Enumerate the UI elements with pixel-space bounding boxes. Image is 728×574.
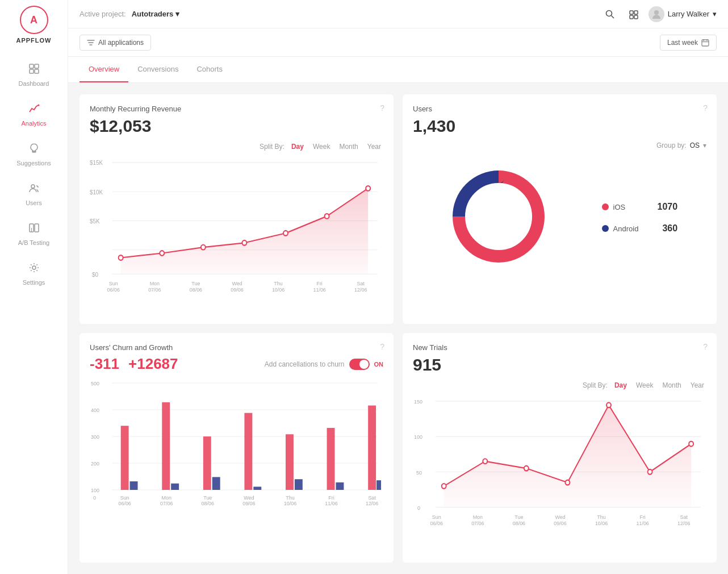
- svg-rect-78: [368, 406, 376, 490]
- svg-text:09/06: 09/06: [231, 286, 243, 292]
- svg-text:08/06: 08/06: [190, 286, 202, 292]
- tab-conversions[interactable]: Conversions: [128, 57, 187, 82]
- svg-rect-66: [121, 426, 129, 490]
- android-value: 360: [662, 223, 677, 234]
- notifications-button[interactable]: [625, 5, 643, 23]
- svg-text:$5K: $5K: [90, 218, 100, 224]
- split-day[interactable]: Day: [289, 142, 306, 152]
- mrr-help-icon[interactable]: ?: [380, 103, 384, 113]
- svg-rect-69: [171, 484, 179, 490]
- sidebar-item-dashboard[interactable]: Dashboard: [0, 55, 68, 95]
- project-selector[interactable]: Autotraders ▾: [132, 10, 180, 18]
- date-range-button[interactable]: Last week: [660, 35, 717, 51]
- svg-text:100: 100: [414, 434, 422, 440]
- sidebar-item-suggestions[interactable]: Suggestions: [0, 135, 68, 174]
- android-dot: [602, 225, 609, 232]
- churn-toggle-switch[interactable]: [349, 359, 370, 370]
- svg-text:09/06: 09/06: [242, 501, 255, 506]
- chevron-down-icon: ▾: [175, 10, 179, 18]
- user-menu[interactable]: Larry Walker ▾: [648, 6, 717, 22]
- svg-rect-79: [376, 480, 381, 490]
- svg-text:Mon: Mon: [473, 514, 483, 520]
- sidebar-item-analytics[interactable]: Analytics: [0, 95, 68, 135]
- svg-text:08/06: 08/06: [202, 501, 214, 506]
- split-week[interactable]: Week: [311, 142, 332, 152]
- svg-text:Wed: Wed: [555, 514, 565, 520]
- svg-text:Wed: Wed: [232, 280, 242, 286]
- sidebar-item-ab-testing[interactable]: A/B Testing: [0, 214, 68, 254]
- svg-point-4: [37, 105, 39, 106]
- group-by-chevron[interactable]: ▾: [703, 142, 706, 149]
- app-logo[interactable]: A: [20, 6, 48, 34]
- churn-toggle-state: ON: [374, 361, 384, 368]
- svg-text:11/06: 11/06: [325, 501, 337, 506]
- sidebar-item-users[interactable]: Users: [0, 174, 68, 214]
- svg-text:Tue: Tue: [191, 280, 200, 286]
- svg-rect-71: [212, 477, 220, 490]
- svg-text:100: 100: [91, 488, 99, 493]
- sidebar-item-users-label: Users: [26, 199, 42, 206]
- svg-marker-31: [121, 188, 368, 274]
- svg-text:Thu: Thu: [597, 514, 605, 520]
- svg-point-108: [648, 469, 652, 475]
- svg-text:Sun: Sun: [109, 280, 118, 286]
- split-year[interactable]: Year: [365, 142, 383, 152]
- svg-text:10/06: 10/06: [284, 501, 296, 506]
- trials-split-month[interactable]: Month: [660, 380, 683, 390]
- svg-rect-74: [286, 434, 294, 490]
- tab-cohorts[interactable]: Cohorts: [187, 57, 232, 82]
- analytics-icon: [28, 103, 40, 117]
- svg-rect-73: [253, 486, 261, 490]
- sidebar-item-settings[interactable]: Settings: [0, 254, 68, 294]
- svg-text:Mon: Mon: [162, 495, 171, 501]
- user-menu-chevron: ▾: [713, 10, 717, 18]
- svg-rect-67: [130, 481, 138, 490]
- svg-text:Sun: Sun: [432, 514, 441, 520]
- svg-rect-2: [30, 69, 34, 73]
- svg-rect-72: [244, 413, 252, 490]
- trials-card: New Trials 915 ? Split By: Day Week Mont…: [403, 333, 717, 563]
- split-by-label: Split By:: [260, 143, 284, 151]
- churn-neg-value: -311: [90, 355, 119, 373]
- trials-split-week[interactable]: Week: [634, 380, 655, 390]
- trials-split-by: Split By: Day Week Month Year: [413, 380, 706, 390]
- date-range-label: Last week: [667, 39, 698, 47]
- legend-ios: iOS 1070: [602, 202, 678, 212]
- dashboard-icon: [28, 63, 40, 77]
- svg-rect-13: [630, 11, 633, 14]
- churn-pos-value: +12687: [128, 355, 178, 373]
- svg-text:07/06: 07/06: [160, 501, 173, 506]
- svg-text:Fri: Fri: [316, 280, 322, 286]
- svg-point-37: [325, 214, 329, 219]
- churn-help-icon[interactable]: ?: [380, 342, 384, 351]
- svg-rect-75: [295, 479, 303, 490]
- svg-point-103: [442, 484, 446, 489]
- mrr-value: $12,053: [90, 117, 383, 136]
- svg-text:11/06: 11/06: [636, 520, 648, 526]
- users-icon: [28, 182, 40, 197]
- trials-help-icon[interactable]: ?: [703, 342, 708, 351]
- svg-point-105: [524, 466, 529, 471]
- donut-legend: iOS 1070 Android 360: [602, 202, 678, 234]
- svg-text:Fri: Fri: [328, 495, 334, 501]
- tab-overview[interactable]: Overview: [80, 57, 128, 82]
- svg-text:500: 500: [91, 381, 99, 386]
- group-by-control: Group by: OS ▾: [413, 142, 706, 149]
- ab-testing-icon: [28, 222, 40, 236]
- svg-rect-15: [630, 15, 633, 19]
- svg-line-12: [611, 15, 614, 18]
- churn-title: Users' Churn and Growth: [90, 343, 383, 352]
- users-title: Users: [413, 105, 706, 113]
- svg-text:Sat: Sat: [357, 280, 365, 286]
- svg-point-34: [201, 245, 206, 250]
- svg-text:10/06: 10/06: [595, 520, 608, 526]
- search-button[interactable]: [601, 5, 619, 23]
- app-filter-button[interactable]: All applications: [80, 35, 151, 51]
- trials-split-day[interactable]: Day: [612, 380, 629, 390]
- users-help-icon[interactable]: ?: [703, 103, 708, 113]
- trials-split-year[interactable]: Year: [688, 380, 706, 390]
- trials-title: New Trials: [413, 343, 706, 352]
- ios-dot: [602, 203, 609, 210]
- split-month[interactable]: Month: [337, 142, 360, 152]
- svg-text:200: 200: [91, 461, 99, 467]
